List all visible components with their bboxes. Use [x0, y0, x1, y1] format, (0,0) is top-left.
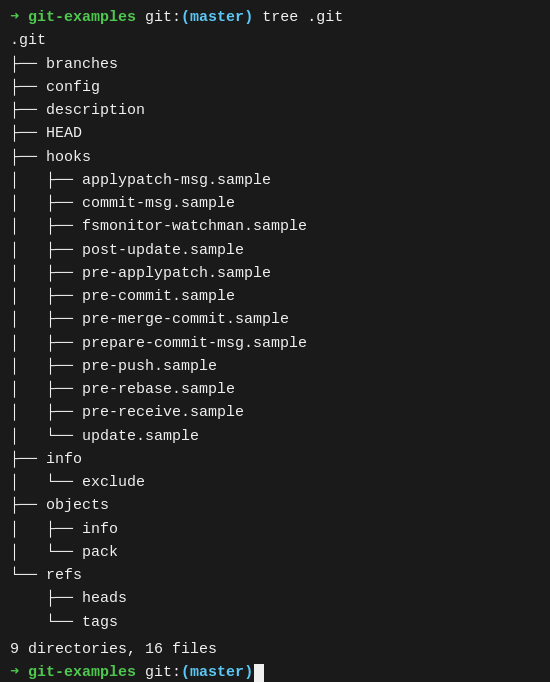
prompt-branch-name-2: master [190, 661, 244, 682]
prompt-dirname-2: git-examples [28, 661, 136, 682]
prompt-arrow-2: ➜ [10, 661, 19, 682]
terminal-cursor [254, 664, 264, 682]
prompt-branch-open-2: ( [181, 661, 190, 682]
prompt-dirname-1: git-examples [28, 6, 136, 29]
tree-output: .git ├── branches ├── config ├── descrip… [10, 29, 540, 634]
prompt-branch-close-1: ) [244, 6, 253, 29]
prompt-line-1: ➜ git-examples git: ( master ) tree .git [10, 6, 540, 29]
prompt-branch-1: master [190, 6, 244, 29]
prompt-branch-close-2: ) [244, 661, 253, 682]
prompt-space-1 [19, 6, 28, 29]
terminal-window: ➜ git-examples git: ( master ) tree .git… [0, 0, 550, 682]
prompt-branch-open-1: ( [181, 6, 190, 29]
prompt-line-2: ➜ git-examples git: ( master ) [10, 661, 540, 682]
prompt-git-label-2: git: [136, 661, 181, 682]
prompt-arrow-1: ➜ [10, 6, 19, 29]
prompt-space-2 [19, 661, 28, 682]
prompt-git-label-1: git: [136, 6, 181, 29]
prompt-command-1: tree .git [253, 6, 343, 29]
summary-line: 9 directories, 16 files [10, 638, 540, 661]
